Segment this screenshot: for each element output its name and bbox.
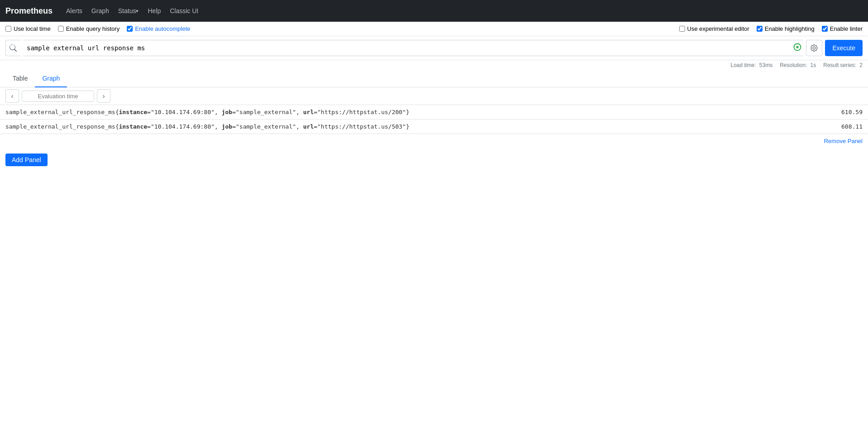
tab-bar: Table Graph	[0, 70, 868, 87]
query-input-container	[23, 40, 803, 56]
search-icon	[10, 44, 17, 52]
navbar-dropdown-status[interactable]: Status	[114, 7, 144, 14]
navbar-link-classic-ui[interactable]: Classic UI	[165, 7, 203, 14]
options-right: Use experimental editor Enable highlight…	[679, 25, 863, 32]
value-cell: 608.11	[806, 120, 868, 134]
enable-linter-checkbox[interactable]	[822, 26, 828, 32]
enable-autocomplete-checkbox[interactable]	[127, 26, 133, 32]
settings-icon	[810, 44, 818, 52]
metric-cell: sample_external_url_response_ms{instance…	[0, 105, 806, 120]
enable-linter-label[interactable]: Enable linter	[822, 25, 863, 32]
chevron-right-icon: ›	[103, 92, 105, 100]
navbar-brand: Prometheus	[5, 6, 53, 16]
enable-highlighting-checkbox[interactable]	[757, 26, 762, 32]
remove-panel-link[interactable]: Remove Panel	[824, 138, 863, 144]
table-row: sample_external_url_response_ms{instance…	[0, 120, 868, 134]
navbar-link-help[interactable]: Help	[143, 7, 165, 14]
table-row: sample_external_url_response_ms{instance…	[0, 105, 868, 120]
eval-time-next-button[interactable]: ›	[97, 89, 110, 103]
metric-cell: sample_external_url_response_ms{instance…	[0, 120, 806, 134]
navbar-link-graph[interactable]: Graph	[87, 7, 114, 14]
enable-highlighting-label[interactable]: Enable highlighting	[757, 25, 815, 32]
label-key: instance	[119, 123, 147, 130]
query-clear-button[interactable]	[793, 43, 801, 53]
label-key: url	[303, 123, 313, 130]
search-icon-wrap	[5, 40, 20, 56]
tab-graph[interactable]: Graph	[35, 70, 67, 87]
use-experimental-editor-checkbox[interactable]	[679, 26, 685, 32]
eval-time-row: ‹ ›	[0, 87, 868, 105]
enable-query-history-label[interactable]: Enable query history	[58, 25, 120, 32]
value-cell: 610.59	[806, 105, 868, 120]
result-series-stat: Result series: 2	[823, 62, 863, 68]
use-experimental-editor-label[interactable]: Use experimental editor	[679, 25, 749, 32]
execute-button[interactable]: Execute	[825, 40, 863, 56]
eval-time-input[interactable]	[22, 91, 94, 102]
eval-time-prev-button[interactable]: ‹	[5, 89, 19, 103]
chevron-left-icon: ‹	[11, 92, 14, 100]
options-left: Use local time Enable query history Enab…	[5, 25, 676, 32]
load-time-stat: Load time: 53ms	[730, 62, 772, 68]
remove-panel-row: Remove Panel	[0, 134, 868, 148]
navbar-link-alerts[interactable]: Alerts	[62, 7, 87, 14]
label-key: job	[221, 109, 232, 115]
query-bar: Execute	[0, 36, 868, 60]
navbar: Prometheus Alerts Graph Status Help Clas…	[0, 0, 868, 22]
use-local-time-label[interactable]: Use local time	[5, 25, 51, 32]
enable-query-history-checkbox[interactable]	[58, 26, 64, 32]
resolution-stat: Resolution: 1s	[780, 62, 816, 68]
enable-autocomplete-label[interactable]: Enable autocomplete	[127, 25, 190, 32]
query-settings-button[interactable]	[806, 40, 822, 56]
query-input[interactable]	[23, 40, 803, 56]
panel: Load time: 53ms Resolution: 1s Result se…	[0, 60, 868, 148]
options-bar: Use local time Enable query history Enab…	[0, 22, 868, 36]
label-key: job	[221, 123, 232, 130]
add-panel-button[interactable]: Add Panel	[5, 154, 48, 166]
clear-icon	[793, 43, 801, 51]
tab-table[interactable]: Table	[5, 70, 35, 87]
label-key: instance	[119, 109, 147, 115]
label-key: url	[303, 109, 313, 115]
use-local-time-checkbox[interactable]	[5, 26, 11, 32]
stats-bar: Load time: 53ms Resolution: 1s Result se…	[0, 60, 868, 70]
add-panel-area: Add Panel	[0, 148, 868, 172]
results-table: sample_external_url_response_ms{instance…	[0, 105, 868, 134]
